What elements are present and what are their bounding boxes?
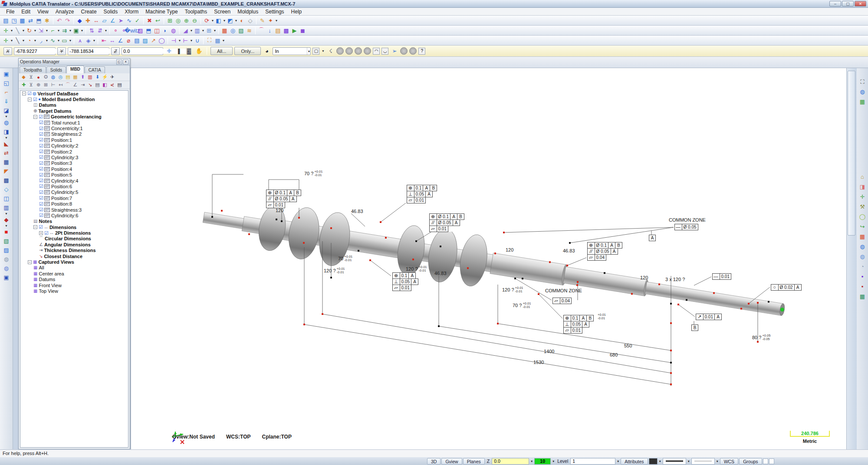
dim-angular-icon[interactable]: ∠: [116, 36, 125, 45]
mask-button-3[interactable]: [355, 47, 362, 55]
measurement-point[interactable]: [514, 278, 516, 279]
measurement-point[interactable]: [538, 293, 539, 295]
undo-icon[interactable]: ↶: [55, 16, 63, 25]
solid-shell-icon[interactable]: ◍: [169, 26, 178, 35]
gview-rotate-icon-dropdown[interactable]: ▼: [5, 136, 8, 139]
web-help-icon[interactable]: ◍: [858, 88, 867, 96]
tree-item-position-7[interactable]: ☑GTPosition:7: [20, 195, 128, 201]
gview-named-icon[interactable]: ◣: [2, 140, 10, 148]
tree-item-verisurf-database[interactable]: −☑◍Verisurf DataBase: [20, 91, 128, 96]
checkbox-checked-icon[interactable]: ☑: [39, 225, 43, 229]
gview-iso-icon-dropdown[interactable]: ▼: [234, 19, 238, 22]
create-line-icon-dropdown[interactable]: ▼: [22, 39, 25, 42]
fcf-position-6[interactable]: ⊕0.1AB⊥0.05A▱0.01: [563, 315, 594, 333]
checkbox-checked-icon[interactable]: ☑: [39, 138, 43, 142]
analyze-dynamic-icon[interactable]: ➤: [117, 16, 125, 25]
mask-button-1[interactable]: [336, 47, 344, 55]
status-attr-dropdown-icon[interactable]: ▼: [658, 460, 662, 463]
update-icon[interactable]: ▦: [858, 98, 867, 106]
help-tools-icon[interactable]: ▣: [2, 273, 10, 282]
drafting-hatch-icon[interactable]: ▨: [141, 36, 149, 45]
wcs-view-icon[interactable]: ▥: [2, 203, 10, 212]
mask-button-6[interactable]: ◡: [381, 48, 388, 55]
file-convert-icon[interactable]: ⇄: [26, 16, 35, 25]
fcf-position-4[interactable]: ⊕Ø 0.1AB//Ø 0.05A▱0.04: [587, 242, 622, 260]
plane-named-icon[interactable]: ◫: [2, 194, 10, 203]
delete-entities-icon[interactable]: ✖: [145, 16, 154, 25]
verify-icon[interactable]: ▶: [290, 26, 299, 35]
tree-item-straightness-3[interactable]: ☑GTStraightness:3: [20, 207, 128, 213]
menu-xform[interactable]: Xform: [121, 8, 142, 15]
open-file-icon[interactable]: ◳: [10, 16, 18, 25]
menu-solids[interactable]: Solids: [100, 8, 122, 15]
chain-icon[interactable]: ⛶: [205, 36, 214, 45]
menu-analyze[interactable]: Analyze: [52, 8, 78, 15]
measurement-point[interactable]: [248, 233, 250, 235]
create-rectangle-icon-dropdown[interactable]: ▼: [69, 39, 72, 42]
mbd-add-icon[interactable]: ✚: [20, 82, 27, 88]
mbd-dim2pt-icon[interactable]: ⊢: [49, 82, 57, 88]
tab-catia[interactable]: CATIA: [85, 66, 105, 73]
select-all-button[interactable]: All...: [210, 47, 233, 55]
crankshaft-model[interactable]: [131, 68, 846, 449]
mbd-flash-icon[interactable]: ⚡: [101, 74, 108, 81]
checkbox-checked-icon[interactable]: ☑: [39, 213, 43, 218]
tab-solids[interactable]: Solids: [46, 66, 66, 73]
mask-button-4[interactable]: [364, 47, 371, 55]
tree-item-datums[interactable]: ◫Datums: [20, 102, 128, 108]
break-icon[interactable]: ⊢: [181, 36, 190, 45]
fcf-circularity[interactable]: ○Ø 0.02A: [771, 284, 801, 290]
solid-fillet-icon[interactable]: ◗: [161, 26, 169, 35]
tree-item-target-datums[interactable]: ⊕Target Datums: [20, 108, 128, 114]
mbd-list-icon[interactable]: ▤: [116, 82, 123, 88]
xform-translate-icon-dropdown[interactable]: ▼: [10, 29, 13, 32]
checkbox-checked-icon[interactable]: ☑: [39, 196, 43, 200]
create-spline-icon[interactable]: ∿: [49, 36, 57, 45]
create-bound-icon[interactable]: ◈: [84, 36, 92, 45]
xform-mirror-icon[interactable]: ╲: [13, 26, 22, 35]
measurement-point[interactable]: [631, 293, 633, 295]
dim-horizontal-icon[interactable]: ↔: [108, 36, 116, 45]
toolpath-pocket-icon[interactable]: ▤: [274, 26, 282, 35]
mbd-globe-icon[interactable]: ◍: [49, 74, 57, 81]
mbd-dimang-icon[interactable]: ∠: [72, 82, 79, 88]
drafting-leader-icon[interactable]: ↗: [149, 36, 158, 45]
tree-item-thickness-dimensions[interactable]: ⇥Thickness Dimensions: [20, 248, 128, 253]
select-validate-icon[interactable]: ➢: [390, 47, 398, 55]
selection-help-button[interactable]: ?: [418, 48, 425, 55]
mbd-user-icon[interactable]: ✈: [108, 74, 116, 81]
repaint-icon[interactable]: ⟳: [203, 16, 211, 25]
status-attr-color-swatch[interactable]: [649, 458, 658, 465]
trim-icon[interactable]: ⊣: [170, 36, 178, 45]
tree-item-cylindricity-6[interactable]: ☑GTCylindricity:6: [20, 213, 128, 218]
status-linestyle-select[interactable]: [663, 458, 686, 465]
menu-settings[interactable]: Settings: [262, 8, 287, 15]
graphics-area[interactable]: ⊕Ø 0.1AB//Ø 0.05A▱0.01⊕0.1AB⊥0.05A▱0.01⊕…: [131, 68, 846, 449]
tree-item-cylindricity-3[interactable]: ☑GTCylindricity:3: [20, 154, 128, 160]
plane-create-icon-dropdown[interactable]: ▼: [190, 29, 193, 32]
gview-bottom-icon[interactable]: ⇓: [2, 97, 10, 105]
tree-item-dimensions[interactable]: −☑↔Dimensions: [20, 224, 128, 230]
mask-button-8[interactable]: [409, 47, 417, 55]
measurement-point[interactable]: [670, 303, 672, 305]
gview-iso2-icon[interactable]: ◍: [2, 118, 10, 127]
xform-scale-icon[interactable]: ⇲: [37, 26, 45, 35]
mbd-import-icon[interactable]: ◆: [20, 74, 27, 81]
mbd-send-icon[interactable]: ⬇: [94, 74, 101, 81]
mbd-datum-icon[interactable]: ⊻: [27, 74, 35, 81]
mru-block1-icon[interactable]: ▪: [858, 272, 867, 281]
autocursor-help-icon[interactable]: ✋: [195, 47, 203, 55]
tree-item-model-based-definition[interactable]: −☑●Model Based Definition: [20, 96, 128, 102]
checkbox-checked-icon[interactable]: ☑: [39, 202, 43, 206]
mbd-dimcirc-icon[interactable]: ⌒: [64, 82, 72, 88]
checkbox-checked-icon[interactable]: ☑: [39, 144, 43, 148]
checkbox-checked-icon[interactable]: ☑: [39, 184, 43, 189]
tree-item-circular-dimensions[interactable]: ⌒Circular Dimensions: [20, 236, 128, 242]
status-level-value[interactable]: 1: [570, 458, 615, 465]
analyze-chain-icon[interactable]: ∿: [125, 16, 133, 25]
zoom-target-icon[interactable]: ◎: [174, 16, 182, 25]
drafting-balloon-icon[interactable]: ◯: [158, 36, 166, 45]
xform-offset-icon[interactable]: ⌐: [49, 26, 57, 35]
create-spline-icon-dropdown[interactable]: ▼: [57, 39, 60, 42]
mask-button-2[interactable]: [345, 47, 353, 55]
